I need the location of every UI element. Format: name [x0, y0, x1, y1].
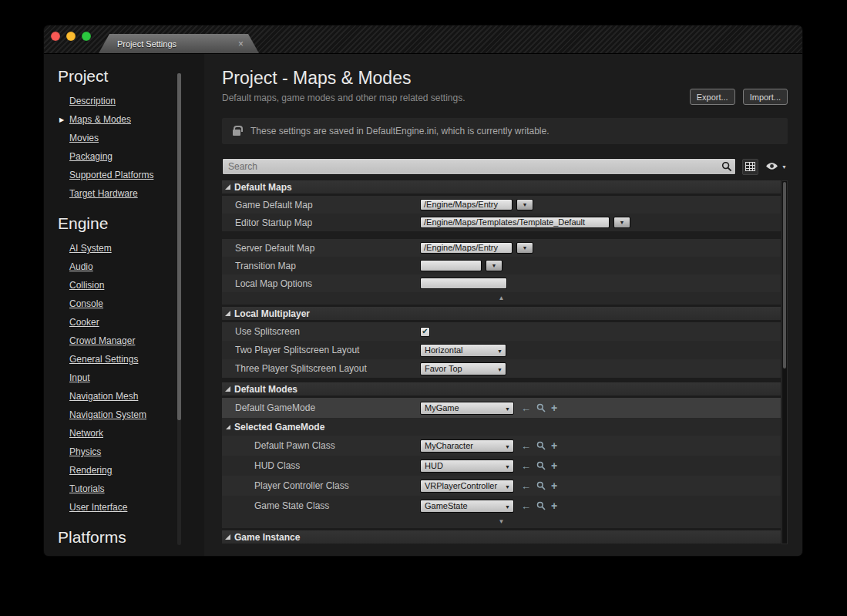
add-new-icon[interactable]: +	[551, 480, 557, 491]
minimize-window-button[interactable]	[66, 32, 76, 41]
setting-row-hud-class: HUD Class HUD ▼ ← +	[222, 456, 781, 476]
game-state-class-select[interactable]: GameState ▼	[420, 500, 514, 513]
sidebar-item-general-settings[interactable]: General Settings	[69, 350, 204, 369]
settings-sidebar: Project Description ▶Maps & Modes Movies…	[44, 54, 204, 556]
expand-triangle-icon[interactable]	[225, 534, 230, 540]
default-gamemode-select[interactable]: MyGame ▼	[420, 402, 514, 415]
import-button[interactable]: Import...	[743, 89, 788, 105]
three-player-layout-select[interactable]: Favor Top ▼	[420, 362, 506, 375]
use-splitscreen-checkbox[interactable]: ✔	[420, 327, 430, 337]
browse-icon[interactable]	[536, 461, 546, 470]
collapse-advanced-strip[interactable]: ▲	[222, 292, 781, 305]
chevron-down-icon: ▼	[505, 406, 510, 412]
transition-map-field[interactable]	[420, 260, 482, 271]
player-controller-class-select[interactable]: VRPlayerController ▼	[420, 480, 514, 493]
expand-triangle-icon[interactable]	[225, 386, 230, 392]
sidebar-item-rendering[interactable]: Rendering	[69, 461, 204, 480]
settings-scrollbar[interactable]	[781, 180, 788, 544]
sidebar-item-maps-modes[interactable]: ▶Maps & Modes	[69, 110, 204, 129]
sidebar-item-collision[interactable]: Collision	[69, 276, 204, 295]
section-header-game-instance[interactable]: Game Instance	[222, 530, 781, 544]
sidebar-item-description[interactable]: Description	[69, 92, 204, 110]
grid-icon	[745, 162, 755, 171]
browse-icon[interactable]	[536, 441, 546, 450]
chevron-down-icon: ▼	[781, 164, 787, 170]
local-map-options-field[interactable]	[420, 278, 507, 289]
expand-triangle-icon[interactable]	[226, 425, 230, 429]
maximize-window-button[interactable]	[82, 32, 91, 41]
chevron-down-icon: ▼	[505, 444, 510, 449]
use-selected-asset-icon[interactable]: ←	[521, 461, 531, 471]
sidebar-item-console[interactable]: Console	[69, 295, 204, 313]
editor-startup-map-field[interactable]: /Engine/Maps/Templates/Template_Default	[420, 217, 610, 228]
search-input[interactable]	[223, 159, 735, 174]
export-button[interactable]: Export...	[690, 89, 735, 105]
add-new-icon[interactable]: +	[551, 440, 557, 451]
sidebar-item-supported-platforms[interactable]: Supported Platforms	[69, 166, 204, 184]
sidebar-scrollbar-thumb[interactable]	[177, 73, 181, 420]
browse-icon[interactable]	[536, 481, 546, 490]
section-header-default-modes[interactable]: Default Modes	[222, 382, 781, 396]
sidebar-item-physics[interactable]: Physics	[69, 443, 204, 461]
sidebar-item-cooker[interactable]: Cooker	[69, 313, 204, 332]
sidebar-item-packaging[interactable]: Packaging	[69, 147, 204, 166]
use-selected-asset-icon[interactable]: ←	[521, 403, 531, 413]
setting-row-game-default-map: Game Default Map /Engine/Maps/Entry ▼	[222, 196, 781, 214]
titlebar[interactable]: Project Settings ×	[44, 25, 802, 54]
sidebar-item-tutorials[interactable]: Tutorials	[69, 480, 204, 498]
sidebar-item-network[interactable]: Network	[69, 424, 204, 443]
setting-row-use-splitscreen: Use Splitscreen ✔	[222, 322, 781, 341]
browse-icon[interactable]	[536, 403, 546, 412]
view-options-button[interactable]: ▼	[765, 160, 787, 173]
section-header-default-maps[interactable]: Default Maps	[222, 180, 781, 194]
browse-icon[interactable]	[536, 501, 546, 510]
setting-row-three-player-layout: Three Player Splitscreen Layout Favor To…	[222, 359, 781, 378]
close-window-button[interactable]	[51, 32, 60, 41]
sidebar-item-user-interface[interactable]: User Interface	[69, 498, 204, 517]
sidebar-heading-project: Project	[58, 66, 204, 86]
collapse-arrow-icon: ▲	[499, 295, 505, 301]
use-selected-asset-icon[interactable]: ←	[521, 501, 531, 511]
sidebar-scrollbar[interactable]	[177, 73, 181, 545]
expand-advanced-strip[interactable]: ▼	[222, 516, 781, 528]
sidebar-item-target-hardware[interactable]: Target Hardware	[69, 184, 204, 203]
settings-scrollbar-thumb[interactable]	[783, 182, 786, 369]
server-default-map-field[interactable]: /Engine/Maps/Entry	[420, 242, 513, 254]
set-as-default-button[interactable]	[742, 159, 758, 175]
sidebar-item-input[interactable]: Input	[69, 369, 204, 387]
use-selected-asset-icon[interactable]: ←	[521, 441, 531, 451]
sidebar-item-navigation-system[interactable]: Navigation System	[69, 406, 204, 424]
game-default-map-dropdown-button[interactable]: ▼	[516, 199, 533, 210]
lock-icon	[233, 130, 240, 136]
sidebar-heading-platforms: Platforms	[58, 527, 204, 547]
setting-label: Default GameMode	[235, 402, 420, 413]
hud-class-select[interactable]: HUD ▼	[420, 459, 514, 473]
setting-row-player-controller-class: Player Controller Class VRPlayerControll…	[222, 476, 781, 496]
chevron-down-icon: ▼	[497, 348, 502, 354]
sidebar-item-audio[interactable]: Audio	[69, 258, 204, 276]
editor-startup-map-dropdown-button[interactable]: ▼	[613, 217, 630, 228]
add-new-icon[interactable]: +	[551, 460, 557, 471]
two-player-layout-select[interactable]: Horizontal ▼	[420, 344, 506, 357]
add-new-icon[interactable]: +	[551, 500, 557, 511]
expand-triangle-icon[interactable]	[225, 311, 230, 316]
add-new-icon[interactable]: +	[551, 402, 557, 413]
notice-text: These settings are saved in DefaultEngin…	[250, 126, 550, 136]
setting-label: Editor Startup Map	[235, 217, 420, 228]
tab-project-settings[interactable]: Project Settings ×	[99, 34, 259, 53]
transition-map-dropdown-button[interactable]: ▼	[486, 260, 502, 271]
use-selected-asset-icon[interactable]: ←	[521, 481, 531, 491]
sidebar-item-crowd-manager[interactable]: Crowd Manager	[69, 332, 204, 350]
game-default-map-field[interactable]: /Engine/Maps/Entry	[420, 199, 513, 210]
setting-label: Game Default Map	[235, 200, 420, 210]
section-header-local-multiplayer[interactable]: Local Multiplayer	[222, 307, 781, 320]
subsection-header-selected-gamemode[interactable]: Selected GameMode	[222, 418, 781, 436]
sidebar-item-movies[interactable]: Movies	[69, 129, 204, 147]
sidebar-item-ai-system[interactable]: AI System	[69, 239, 204, 258]
default-pawn-class-select[interactable]: MyCharacter ▼	[420, 439, 514, 453]
server-default-map-dropdown-button[interactable]: ▼	[516, 242, 533, 254]
expand-triangle-icon[interactable]	[225, 184, 230, 190]
sidebar-item-navigation-mesh[interactable]: Navigation Mesh	[69, 387, 204, 406]
setting-row-two-player-layout: Two Player Splitscreen Layout Horizontal…	[222, 341, 781, 359]
tab-close-icon[interactable]: ×	[238, 39, 244, 49]
